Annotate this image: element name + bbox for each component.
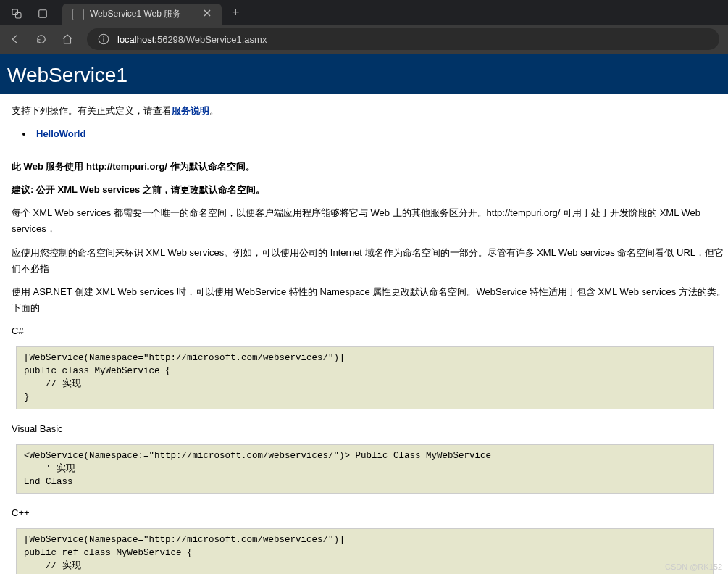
page-content: WebService1 支持下列操作。有关正式定义，请查看服务说明。 Hello… <box>0 54 728 574</box>
svg-rect-0 <box>12 9 18 15</box>
svg-rect-1 <box>16 13 22 19</box>
divider <box>26 151 728 151</box>
code-block-cpp: [WebService(Namespace="http://microsoft.… <box>16 528 714 574</box>
svg-point-5 <box>103 36 104 38</box>
operation-link[interactable]: HelloWorld <box>36 128 85 139</box>
intro-text: 支持下列操作。有关正式定义，请查看服务说明。 <box>12 103 728 119</box>
lang-csharp: C# <box>12 323 728 339</box>
namespace-line: 此 Web 服务使用 http://tempuri.org/ 作为默认命名空间。 <box>12 159 728 175</box>
url-host: localhost: <box>117 34 157 45</box>
page-body: 支持下列操作。有关正式定义，请查看服务说明。 HelloWorld 此 Web … <box>0 94 728 574</box>
workspaces-icon[interactable] <box>10 7 23 20</box>
browser-tab[interactable]: WebService1 Web 服务 <box>62 4 222 25</box>
titlebar-icons <box>0 7 59 25</box>
paragraph: 每个 XML Web services 都需要一个唯一的命名空间，以便客户端应用… <box>12 205 728 237</box>
browser-toolbar: localhost:56298/WebService1.asmx <box>0 25 728 54</box>
paragraph: 使用 ASP.NET 创建 XML Web services 时，可以使用 We… <box>12 284 728 316</box>
url-path: 56298/WebService1.asmx <box>157 34 267 45</box>
paragraph: 应使用您控制的命名空间来标识 XML Web services。例如，可以使用公… <box>12 245 728 277</box>
code-block-vb: <WebService(Namespace:="http://microsoft… <box>16 444 714 494</box>
watermark: CSDN @RK152 <box>665 562 722 571</box>
tab-title: WebService1 Web 服务 <box>90 8 181 20</box>
close-tab-button[interactable] <box>203 9 212 20</box>
svg-rect-2 <box>39 10 47 18</box>
page-title: WebService1 <box>0 54 728 94</box>
new-tab-button[interactable]: + <box>222 5 250 25</box>
titlebar: WebService1 Web 服务 + <box>0 0 728 25</box>
collections-icon[interactable] <box>36 7 49 20</box>
list-item: HelloWorld <box>33 126 728 142</box>
home-button[interactable] <box>61 33 74 46</box>
refresh-button[interactable] <box>35 33 48 46</box>
back-button[interactable] <box>9 33 22 46</box>
advice-line: 建议: 公开 XML Web services 之前，请更改默认命名空间。 <box>12 182 728 198</box>
info-icon <box>97 33 110 46</box>
code-block-csharp: [WebService(Namespace="http://microsoft.… <box>16 346 714 409</box>
page-favicon <box>72 9 84 20</box>
operations-list: HelloWorld <box>12 126 728 142</box>
service-description-link[interactable]: 服务说明 <box>172 105 209 116</box>
lang-cpp: C++ <box>12 505 728 521</box>
address-bar[interactable]: localhost:56298/WebService1.asmx <box>87 28 719 50</box>
lang-vb: Visual Basic <box>12 421 728 437</box>
